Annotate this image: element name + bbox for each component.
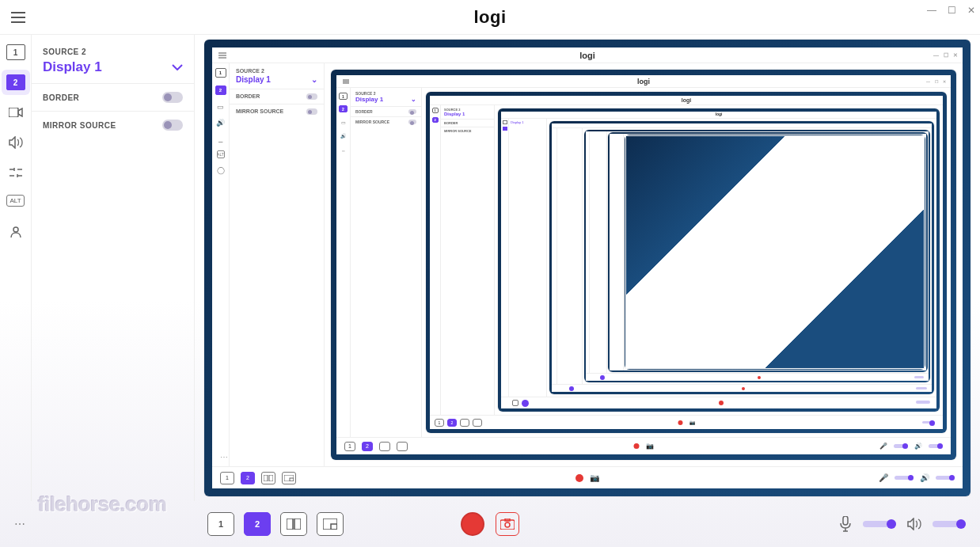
record-button[interactable] xyxy=(461,512,484,536)
titlebar: logi — ☐ ✕ xyxy=(0,0,980,35)
svg-point-1 xyxy=(13,227,18,232)
svg-rect-13 xyxy=(843,516,848,525)
record-icon xyxy=(575,474,583,482)
speaker-icon[interactable] xyxy=(8,135,24,150)
mirror-row: MIRROR SOURCE xyxy=(32,111,194,139)
app-logo: logi xyxy=(579,51,595,60)
source-panel: SOURCE 2 Display 1 BORDER MIRROR SOURCE xyxy=(32,35,195,501)
mirror-toggle[interactable] xyxy=(162,120,183,131)
scene-1: 1 xyxy=(220,472,234,484)
preview-frame: logi —☐✕ 1 2 ▭🔊⎯ ALT ◯ SOURCE 2 xyxy=(204,40,971,496)
preview-area: logi —☐✕ 1 2 ▭🔊⎯ ALT ◯ SOURCE 2 xyxy=(195,35,980,501)
rail-source-2[interactable]: 2 xyxy=(6,74,25,90)
svg-rect-2 xyxy=(264,475,268,481)
svg-point-11 xyxy=(505,522,510,527)
speaker-icon: 🔊 xyxy=(920,473,929,482)
watermark: filehorse.com xyxy=(38,492,167,517)
svg-rect-3 xyxy=(269,475,273,481)
scene-tile-1[interactable]: 1 xyxy=(207,512,234,536)
scene-switcher: 1 2 xyxy=(207,512,344,536)
rail-source-1[interactable]: 1 xyxy=(6,44,25,60)
close-button[interactable]: ✕ xyxy=(967,5,975,16)
border-row: BORDER xyxy=(32,83,194,111)
left-rail: 1 2 ALT xyxy=(0,35,32,501)
scene-tile-2[interactable]: 2 xyxy=(244,512,271,536)
border-label: BORDER xyxy=(43,93,79,102)
window-controls: — ☐ ✕ xyxy=(927,5,975,16)
svg-rect-6 xyxy=(287,519,293,530)
scene-2: 2 xyxy=(241,472,255,484)
svg-rect-9 xyxy=(331,524,337,530)
svg-rect-5 xyxy=(290,478,294,481)
app-logo: logi xyxy=(473,7,506,28)
svg-rect-10 xyxy=(500,520,515,530)
nested-window: logi —☐✕ 1 2 ▭🔊⎯ ALT ◯ SOURCE 2 xyxy=(212,47,963,488)
source-label: SOURCE 2 xyxy=(32,41,194,58)
maximize-button[interactable]: ☐ xyxy=(948,5,956,16)
more-button[interactable]: ⋯ xyxy=(14,518,25,530)
camera-icon[interactable] xyxy=(8,104,24,120)
alt-button[interactable]: ALT xyxy=(6,195,24,207)
chevron-down-icon xyxy=(172,64,183,70)
svg-rect-0 xyxy=(9,108,18,117)
border-toggle[interactable] xyxy=(162,92,183,103)
scene-4 xyxy=(282,472,296,484)
source-dropdown[interactable]: Display 1 xyxy=(32,58,194,83)
source-value: Display 1 xyxy=(43,59,102,75)
menu-icon[interactable] xyxy=(11,12,25,23)
mirror-label: MIRROR SOURCE xyxy=(43,121,116,130)
speaker-slider[interactable] xyxy=(933,521,966,527)
scene-3 xyxy=(261,472,275,484)
speaker-icon[interactable] xyxy=(907,518,921,530)
mic-icon: 🎤 xyxy=(879,473,888,482)
screenshot-button[interactable] xyxy=(496,512,519,536)
transitions-icon[interactable] xyxy=(8,165,24,180)
mic-icon[interactable] xyxy=(839,516,852,532)
menu-icon xyxy=(218,52,226,59)
scene-tile-4[interactable] xyxy=(317,512,344,536)
camera-icon: 📷 xyxy=(590,473,599,482)
user-icon[interactable] xyxy=(8,224,24,240)
mic-slider[interactable] xyxy=(863,521,896,527)
scene-tile-3[interactable] xyxy=(280,512,307,536)
svg-rect-7 xyxy=(294,519,301,530)
minimize-button[interactable]: — xyxy=(927,5,936,16)
